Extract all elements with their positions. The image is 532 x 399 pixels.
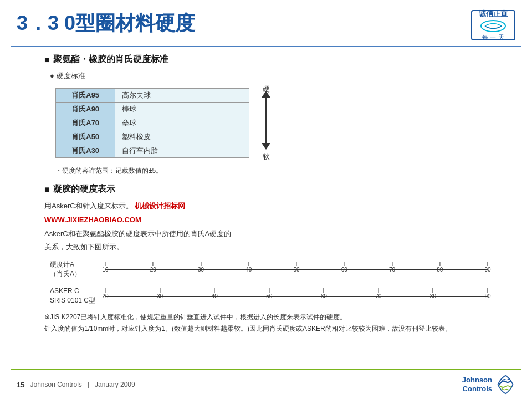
hardness-table: 肖氏A95高尔夫球肖氏A90棒球肖氏A70垒球肖氏A50塑料橡皮肖氏A30自行车… [55,88,249,158]
watermark2: WWW.JIXIEZHAOBIAO.COM [44,216,141,224]
tick-10: 10 [102,262,108,273]
tick-90: 90 [484,288,490,299]
scale2-track: 2030405060708090 [105,288,488,304]
tick-80: 80 [437,262,443,273]
jc-logo-icon [495,375,515,395]
scale1-row: 硬度计A （肖氏A） 102030405060708090 [50,260,488,279]
gel-desc1: 用AskerC和针入度来标示。 机械设计招标网 [44,201,488,212]
tick-50: 50 [293,262,299,273]
tick-80: 80 [430,288,436,299]
scale1-ticks: 102030405060708090 [105,262,488,277]
main-content: 聚氨酯・橡胶的肖氏硬度标准 硬度标准 肖氏A95高尔夫球肖氏A90棒球肖氏A70… [44,54,488,334]
svg-point-0 [481,21,505,32]
tick-60: 60 [321,288,327,299]
page-number: 15 [17,381,24,389]
tick-90: 90 [484,262,490,273]
scale1-track: 102030405060708090 [105,262,488,277]
arrow-soft-label: 软 [263,152,270,162]
gel-desc2: AskerC和在聚氨酯橡胶的硬度表示中所使用的肖氏A硬度的 [44,228,488,240]
jc-line2: Controls [462,385,492,393]
arrow-line [265,95,267,145]
jc-text: Johnson Controls [462,376,492,393]
tick-40: 40 [245,262,252,273]
hardness-arrow: 硬 软 [260,84,272,162]
section2-title: 凝胶的硬度表示 [44,183,488,195]
gel-desc3: 关系，大致如下图所示。 [44,242,488,253]
footer-company: Johnson Controls [30,381,81,388]
tick-20: 20 [102,288,108,299]
page-title: 3．3 0型圈材料硬度 [17,10,195,37]
badge-line2: 每 一 天 [482,33,504,42]
table-wrapper: 肖氏A95高尔夫球肖氏A90棒球肖氏A70垒球肖氏A50塑料橡皮肖氏A30自行车… [55,84,488,162]
watermark: 机械设计招标网 [135,202,185,210]
scale2-label: ASKER C SRIS 0101 C型 [50,287,105,305]
gel-desc-watermark2: WWW.JIXIEZHAOBIAO.COM [44,214,488,226]
tolerance-note: ・硬度的容许范围：记载数值的±5。 [55,166,488,176]
jc-line1: Johnson [462,376,492,385]
footer-content: 15 Johnson Controls | January 2009 Johns… [0,370,532,399]
notes: ※JIS K2207已将针入度标准化，使规定重量的针垂直进入试件中，根据进入的长… [44,311,488,334]
footer-logo: Johnson Controls [462,375,515,395]
footer-separator: | [88,381,89,388]
scale2-ticks: 2030405060708090 [105,288,488,304]
scale2-row: ASKER C SRIS 0101 C型 2030405060708090 [50,287,488,305]
tick-70: 70 [375,288,381,299]
section1: 聚氨酯・橡胶的肖氏硬度标准 硬度标准 肖氏A95高尔夫球肖氏A90棒球肖氏A70… [44,54,488,176]
tick-50: 50 [266,288,272,299]
tick-40: 40 [212,288,218,299]
section1-title: 聚氨酯・橡胶的肖氏硬度标准 [44,54,488,65]
footer-left: 15 Johnson Controls | January 2009 [17,381,135,389]
tick-60: 60 [341,262,347,273]
scale-area: 硬度计A （肖氏A） 102030405060708090 ASKER C SR… [44,260,488,305]
section2: 凝胶的硬度表示 用AskerC和针入度来标示。 机械设计招标网 WWW.JIXI… [44,183,488,305]
badge-icon [479,20,507,32]
tick-20: 20 [150,262,156,273]
hardness-subtitle: 硬度标准 [44,71,488,81]
footer-date: January 2009 [95,381,135,388]
tick-70: 70 [389,262,395,273]
tick-30: 30 [198,262,204,273]
footer: 15 Johnson Controls | January 2009 Johns… [0,369,532,399]
badge-line1: 诚信正直 [479,9,508,19]
tick-30: 30 [157,288,163,299]
company-badge: 诚信正直 每 一 天 [471,10,515,40]
arrow-body [260,95,272,151]
header-divider [11,46,521,47]
scale1-label: 硬度计A （肖氏A） [50,260,105,279]
header: 3．3 0型圈材料硬度 诚信正直 每 一 天 [0,0,532,46]
note2: 针入度的值为1/10mm时，对应针入度为1。(数值越大则材料越柔软。)因此同肖氏… [44,323,488,334]
note1: ※JIS K2207已将针入度标准化，使规定重量的针垂直进入试件中，根据进入的长… [44,311,488,323]
